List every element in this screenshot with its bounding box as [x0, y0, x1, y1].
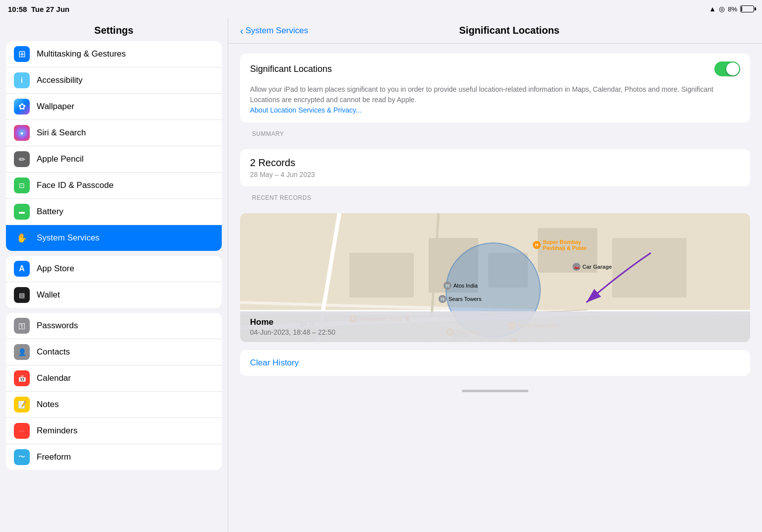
sidebar-item-label: Wallpaper [37, 102, 74, 112]
sidebar-item-accessibility[interactable]: i Accessibility [6, 67, 222, 94]
sidebar-item-notes[interactable]: 📝 Notes [6, 392, 222, 418]
battery-icon [740, 5, 754, 12]
battery-settings-icon: ▬ [14, 204, 30, 220]
sidebar-section-store: A App Store ▤ Wallet [6, 256, 222, 308]
sidebar-item-freeform[interactable]: 〜 Freeform [6, 444, 222, 470]
clear-history-card: Clear History [240, 350, 750, 376]
pin-dot: H [533, 241, 541, 249]
contacts-icon: 👤 [14, 344, 30, 360]
sidebar-item-label: App Store [37, 264, 74, 274]
appstore-icon: A [14, 261, 30, 277]
status-icons: ▲ ◎ 8% [709, 5, 754, 13]
sidebar-item-label: Reminders [37, 426, 77, 436]
sidebar-item-label: Siri & Search [37, 128, 86, 138]
wifi-icon: ▲ [709, 5, 716, 13]
sidebar-item-label: Passwords [37, 321, 78, 331]
map-pin-searstowers: 🏢 Sears Towers [439, 295, 481, 303]
sidebar-item-contacts[interactable]: 👤 Contacts [6, 339, 222, 365]
pin-dot: 🏢 [444, 282, 451, 290]
map-pin-atosindia: 🏢 Atos India [444, 282, 478, 290]
page-title: Significant Locations [308, 25, 710, 36]
privacy-link[interactable]: About Location Services & Privacy... [250, 106, 362, 114]
map-area: H Super BombayPavbhaji & Pulav 🚗 Car Gar… [240, 213, 750, 342]
sidebar-item-wallpaper[interactable]: ✿ Wallpaper [6, 94, 222, 120]
wallpaper-icon: ✿ [14, 99, 30, 115]
privacy-icon: ✋ [14, 230, 30, 246]
status-bar: 10:58 Tue 27 Jun ▲ ◎ 8% [0, 0, 762, 18]
sidebar-item-label: Battery [37, 207, 64, 217]
sidebar-item-label: Face ID & Passcode [37, 180, 114, 190]
back-chevron-icon: ‹ [240, 26, 244, 36]
multitasking-icon: ⊞ [14, 46, 30, 62]
svg-rect-8 [349, 253, 414, 297]
sidebar-title: Settings [0, 18, 228, 41]
sidebar-section-main: ⊞ Multitasking & Gestures i Accessibilit… [6, 41, 222, 251]
faceid-icon: ⊡ [14, 177, 30, 193]
svg-rect-12 [612, 238, 687, 297]
summary-label: SUMMARY [240, 130, 750, 141]
sidebar-item-wallet[interactable]: ▤ Wallet [6, 282, 222, 308]
sidebar-item-privacy[interactable]: ✋ System Services [6, 225, 222, 251]
home-indicator [462, 390, 528, 392]
pin-dot: 🏢 [439, 295, 446, 303]
significant-locations-card: Significant Locations Allow your iPad to… [240, 54, 750, 122]
sidebar-item-label: Apple Pencil [37, 154, 84, 164]
content-header: ‹ System Services Significant Locations [228, 18, 762, 44]
map-container[interactable]: H Super BombayPavbhaji & Pulav 🚗 Car Gar… [240, 213, 750, 342]
records-date: 28 May – 4 Jun 2023 [250, 171, 740, 178]
main-layout: Settings ⊞ Multitasking & Gestures i Acc… [0, 18, 762, 532]
siri-icon: ● [14, 125, 30, 141]
sidebar-item-reminders[interactable]: ⋯ Reminders [6, 418, 222, 444]
sig-loc-description: Allow your iPad to learn places signific… [240, 84, 750, 122]
sidebar-section-apps: ⚿ Passwords 👤 Contacts 📅 Calendar 📝 Note… [6, 313, 222, 470]
sidebar-item-label: Wallet [37, 290, 60, 300]
sidebar-item-label: Multitasking & Gestures [37, 49, 126, 59]
home-date: 04-Jun-2023, 18:48 – 22:50 [250, 328, 740, 336]
applepencil-icon: ✏ [14, 151, 30, 167]
sidebar-item-multitasking[interactable]: ⊞ Multitasking & Gestures [6, 41, 222, 67]
map-pin-superbombay: H Super BombayPavbhaji & Pulav [533, 239, 587, 251]
calendar-icon: 📅 [14, 370, 30, 386]
sidebar-item-label: Calendar [37, 373, 71, 383]
map-pin-cargarage: 🚗 Car Garage [572, 263, 612, 271]
sidebar-item-appstore[interactable]: A App Store [6, 256, 222, 282]
home-title: Home [250, 317, 740, 327]
location-icon: ◎ [719, 5, 725, 13]
sidebar-item-faceid[interactable]: ⊡ Face ID & Passcode [6, 173, 222, 199]
pin-dot: 🚗 [572, 263, 580, 271]
sidebar: Settings ⊞ Multitasking & Gestures i Acc… [0, 18, 228, 532]
sidebar-item-passwords[interactable]: ⚿ Passwords [6, 313, 222, 339]
sidebar-item-label: Accessibility [37, 75, 83, 85]
toggle-knob [726, 62, 739, 75]
sig-loc-row: Significant Locations [240, 54, 750, 84]
back-label: System Services [246, 26, 309, 36]
sidebar-item-siri[interactable]: ● Siri & Search [6, 120, 222, 146]
records-card: 2 Records 28 May – 4 Jun 2023 [240, 149, 750, 186]
sidebar-item-label: Contacts [37, 347, 70, 357]
sidebar-item-calendar[interactable]: 📅 Calendar [6, 365, 222, 392]
clear-history-button[interactable]: Clear History [250, 358, 299, 367]
notes-icon: 📝 [14, 397, 30, 413]
sidebar-item-label: System Services [37, 233, 100, 243]
sidebar-item-label: Notes [37, 400, 59, 410]
accessibility-icon: i [14, 72, 30, 88]
records-count: 2 Records [250, 157, 740, 169]
passwords-icon: ⚿ [14, 318, 30, 334]
wallet-icon: ▤ [14, 287, 30, 303]
reminders-icon: ⋯ [14, 423, 30, 439]
battery-fill [741, 6, 742, 11]
recent-label: RECENT RECORDS [240, 194, 750, 205]
sidebar-item-applepencil[interactable]: ✏ Apple Pencil [6, 146, 222, 173]
content-body: Significant Locations Allow your iPad to… [228, 44, 762, 386]
battery-percent: 8% [728, 5, 737, 13]
freeform-icon: 〜 [14, 449, 30, 465]
significant-locations-toggle[interactable] [714, 61, 740, 76]
sidebar-item-battery[interactable]: ▬ Battery [6, 199, 222, 225]
sig-loc-title: Significant Locations [250, 64, 332, 74]
sidebar-item-label: Freeform [37, 452, 71, 462]
map-home-overlay: Home 04-Jun-2023, 18:48 – 22:50 [240, 311, 750, 342]
status-time: 10:58 Tue 27 Jun [8, 5, 69, 13]
content-area: ‹ System Services Significant Locations … [228, 18, 762, 532]
back-button[interactable]: ‹ System Services [240, 26, 308, 36]
